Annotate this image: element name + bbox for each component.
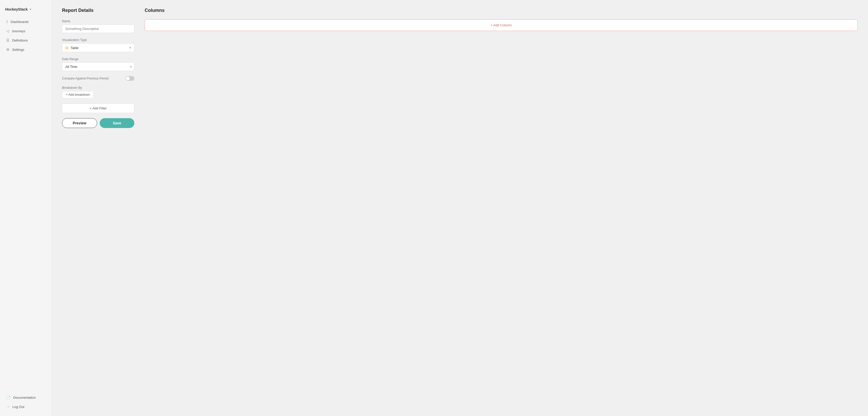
sidebar: HockeyStack ▾ ⌇ Dashboards ◁ Journeys ☰ … — [0, 0, 52, 416]
compare-toggle-row: Compare Against Previous Period — [62, 76, 134, 81]
visualization-select[interactable]: ⊞ Table ▾ — [62, 43, 134, 52]
name-input[interactable] — [62, 25, 134, 33]
date-range-label: Date Range — [62, 57, 134, 61]
brand[interactable]: HockeyStack ▾ — [0, 5, 52, 18]
sidebar-item-documentation[interactable]: 📄 Documentation — [3, 393, 48, 402]
settings-icon: ⚙ — [6, 47, 9, 51]
actions-row: Preview Save — [62, 118, 134, 128]
sidebar-item-dashboards-label: Dashboards — [10, 20, 29, 24]
add-breakdown-button[interactable]: + Add breakdown — [62, 91, 94, 98]
columns-title: Columns — [145, 8, 858, 13]
visualization-label: Visualization Type — [62, 38, 134, 42]
date-range-group: Date Range All Time ▾ — [62, 57, 134, 71]
preview-button[interactable]: Preview — [62, 118, 97, 128]
compare-label: Compare Against Previous Period — [62, 77, 108, 80]
sidebar-item-definitions-label: Definitions — [12, 38, 28, 42]
save-button[interactable]: Save — [100, 118, 134, 128]
sidebar-item-settings-label: Settings — [12, 48, 24, 51]
sidebar-item-settings[interactable]: ⚙ Settings — [3, 45, 48, 54]
logout-icon: → — [6, 405, 10, 409]
sidebar-item-journeys[interactable]: ◁ Journeys — [3, 27, 48, 35]
report-details-title: Report Details — [62, 8, 134, 13]
report-details-panel: Report Details Name Visualization Type ⊞… — [62, 8, 134, 408]
sidebar-item-logout[interactable]: → Log Out — [3, 403, 48, 411]
compare-toggle[interactable] — [126, 76, 134, 81]
name-label: Name — [62, 20, 134, 23]
add-column-button[interactable]: + Add Column — [145, 20, 858, 31]
toggle-thumb — [126, 77, 130, 80]
journeys-icon: ◁ — [6, 29, 9, 33]
date-range-select-wrapper: All Time ▾ — [62, 63, 134, 71]
main-content: Report Details Name Visualization Type ⊞… — [52, 0, 868, 416]
sidebar-item-documentation-label: Documentation — [13, 395, 36, 400]
documentation-icon: 📄 — [6, 395, 10, 400]
columns-panel: Columns + Add Column — [145, 8, 858, 408]
sidebar-bottom: 📄 Documentation → Log Out — [0, 393, 52, 411]
date-range-select[interactable]: All Time — [62, 63, 134, 71]
sidebar-item-definitions[interactable]: ☰ Definitions — [3, 36, 48, 44]
breakdown-label: Breakdown By — [62, 86, 134, 90]
sidebar-item-dashboards[interactable]: ⌇ Dashboards — [3, 18, 48, 26]
sidebar-nav: ⌇ Dashboards ◁ Journeys ☰ Definitions ⚙ … — [0, 18, 52, 393]
definitions-icon: ☰ — [6, 38, 9, 42]
table-icon: ⊞ — [65, 46, 68, 50]
brand-chevron-icon: ▾ — [30, 7, 31, 11]
visualization-chevron-icon: ▾ — [129, 46, 131, 49]
brand-name: HockeyStack — [5, 7, 28, 11]
visualization-group: Visualization Type ⊞ Table ▾ — [62, 38, 134, 52]
name-group: Name — [62, 20, 134, 33]
breakdown-group: Breakdown By + Add breakdown — [62, 86, 134, 98]
add-filter-button[interactable]: + Add Filter — [62, 103, 134, 113]
dashboards-icon: ⌇ — [6, 20, 8, 24]
sidebar-item-journeys-label: Journeys — [11, 29, 25, 33]
sidebar-item-logout-label: Log Out — [12, 405, 24, 409]
visualization-value: Table — [70, 46, 129, 50]
